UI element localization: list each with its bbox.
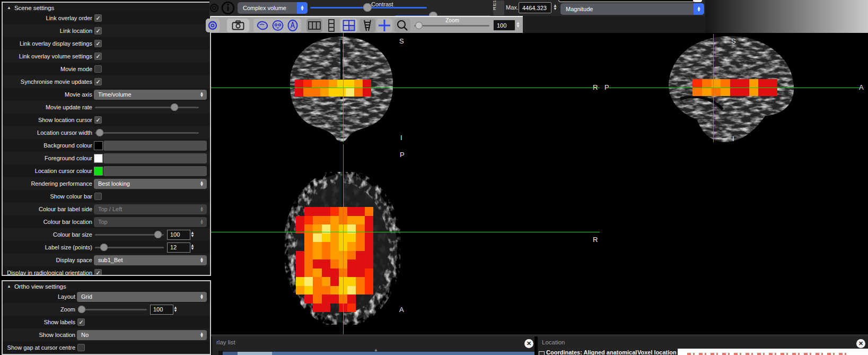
slider-zoom[interactable] [77, 306, 148, 313]
select-layout[interactable]: Grid▲▼ [77, 292, 207, 302]
setting-control: Top▲▼ [94, 217, 210, 227]
layout-grid-icon[interactable] [340, 19, 357, 32]
crosshair-icon[interactable] [376, 19, 392, 32]
zoom-stepper[interactable]: ▲▼ [516, 20, 523, 30]
layout-vertical-icon[interactable] [323, 19, 339, 32]
heatmap-cell [356, 286, 364, 295]
checkbox-show-location-cursor[interactable]: ✓ [94, 116, 102, 124]
slider-thumb[interactable] [171, 103, 178, 111]
setting-label: Colour bar label side [3, 206, 94, 212]
ortho-settings-header[interactable]: ▲ Ortho view settings [3, 281, 210, 290]
zoom-thumb[interactable] [415, 22, 423, 29]
max-value-field[interactable]: 4464.323 [519, 2, 551, 13]
checkbox-show-colour-bar[interactable] [94, 193, 102, 200]
select-movie-axis[interactable]: Time/volume▲▼ [94, 90, 207, 100]
overlay-list-title: rlay list [216, 339, 235, 345]
color-swatch-location-cursor-colour[interactable] [94, 167, 103, 176]
slider-thumb[interactable] [154, 231, 162, 238]
spinbox-stepper[interactable]: ▲▼ [190, 229, 197, 240]
setting-control [94, 153, 210, 163]
color-button-location-cursor-colour[interactable] [103, 166, 207, 176]
slider-location-cursor-width[interactable] [94, 129, 200, 136]
select-value: Time/volume [98, 91, 199, 98]
canvas-zoom-slider[interactable] [413, 22, 490, 29]
heatmap-cell [356, 233, 364, 243]
spinbox-zoom[interactable]: 100 [150, 305, 173, 315]
slider-thumb[interactable] [100, 244, 108, 251]
max-value-stepper[interactable]: ▲▼ [553, 2, 560, 13]
checkbox-show-labels[interactable]: ✓ [77, 318, 85, 326]
slider-colour-bar-size[interactable] [94, 231, 165, 238]
chevron-up-down-icon: ▲▼ [297, 2, 308, 14]
setting-label: Movie axis [3, 91, 94, 98]
color-swatch-background-colour[interactable] [94, 141, 103, 150]
layout-horizontal-icon[interactable] [306, 19, 322, 32]
clipped-warning-text [687, 353, 846, 355]
heatmap-cell [365, 286, 373, 295]
select-show-location[interactable]: No▲▼ [77, 330, 207, 340]
zoom-value-field[interactable]: 100 [493, 20, 515, 31]
heatmap-cell [296, 207, 304, 216]
overlay-item-bar[interactable] [223, 352, 238, 355]
brightness-thumb[interactable] [363, 3, 372, 12]
heatmap-cell [296, 277, 304, 286]
heatmap-cell [768, 79, 777, 88]
select-rendering-performance[interactable]: Best looking▲▼ [94, 179, 207, 189]
toggle-axial-icon[interactable] [286, 20, 299, 31]
slider-thumb[interactable] [96, 129, 103, 136]
heatmap-cell [365, 277, 373, 286]
spinbox-stepper[interactable]: ▲▼ [190, 242, 197, 253]
slider-movie-update-rate[interactable] [94, 103, 200, 111]
select-display-space[interactable]: sub1_Bet▲▼ [94, 255, 207, 265]
close-icon[interactable]: ✕ [524, 339, 533, 348]
slider-thumb[interactable] [78, 306, 85, 313]
heatmap-cell [304, 207, 313, 216]
setting-label: Colour bar size [3, 231, 94, 238]
setting-label: Movie update rate [3, 104, 94, 110]
brightness-slider[interactable] [310, 3, 427, 12]
toggle-sagittal-icon[interactable] [256, 20, 269, 31]
checkbox-link-overlay-volume-settings[interactable]: ✓ [94, 53, 102, 60]
color-button-background-colour[interactable] [103, 141, 207, 151]
component-select[interactable]: Magnitude ▲▼ [560, 3, 704, 15]
heatmap-cell [322, 216, 330, 225]
spinbox-stepper[interactable]: ▲▼ [173, 304, 180, 315]
gear-icon[interactable] [208, 2, 220, 14]
scene-settings-header[interactable]: ▲ Scene settings [3, 3, 210, 12]
spinbox-colour-bar-size[interactable]: 100 [167, 230, 190, 240]
heatmap-cell [749, 79, 759, 88]
color-button-foreground-colour[interactable] [103, 153, 207, 163]
magnify-icon[interactable] [394, 19, 410, 32]
gear-icon[interactable] [206, 19, 220, 32]
heatmap-cell [356, 207, 364, 216]
slider-label-size-points[interactable] [94, 244, 165, 251]
overlay-select[interactable]: Complex volume ▲▼ [238, 2, 308, 14]
lightbox-icon[interactable] [360, 19, 375, 32]
heatmap-cell [313, 242, 321, 251]
ortho-canvas[interactable]: S I R S I P A P A R [211, 33, 868, 334]
close-icon[interactable]: ✕ [856, 339, 865, 348]
select-colour-bar-location[interactable]: Top▲▼ [94, 217, 207, 227]
camera-icon[interactable] [227, 19, 249, 32]
checkbox-link-location[interactable]: ✓ [94, 27, 102, 34]
checkbox-display-in-radiological-orientation[interactable]: ✓ [94, 269, 102, 276]
checkbox-link-overlay-display-settings[interactable]: ✓ [94, 40, 102, 47]
color-swatch-foreground-colour[interactable] [94, 154, 103, 163]
info-icon[interactable] [221, 1, 235, 15]
select-value: Top [98, 219, 199, 225]
overlay-item-bar[interactable] [238, 352, 272, 355]
heatmap-cell [347, 277, 356, 286]
heatmap-cell [373, 233, 382, 243]
checkbox-synchronise-movie-updates[interactable]: ✓ [94, 78, 102, 85]
overlay-item-bar[interactable] [272, 352, 534, 355]
heatmap-cell [296, 304, 304, 313]
heatmap-cell [365, 251, 373, 260]
chevron-up-down-icon: ▲▼ [694, 3, 704, 15]
select-colour-bar-label-side[interactable]: Top / Left▲▼ [94, 204, 207, 214]
spinbox-label-size-points[interactable]: 12 [167, 243, 190, 253]
reset-range-button[interactable]: RESET [493, 1, 504, 15]
toggle-coronal-icon[interactable] [271, 20, 285, 31]
checkbox-movie-mode[interactable] [94, 65, 102, 73]
checkbox-show-gap-at-cursor-centre[interactable] [77, 344, 85, 351]
checkbox-link-overlay-order[interactable]: ✓ [94, 14, 102, 22]
